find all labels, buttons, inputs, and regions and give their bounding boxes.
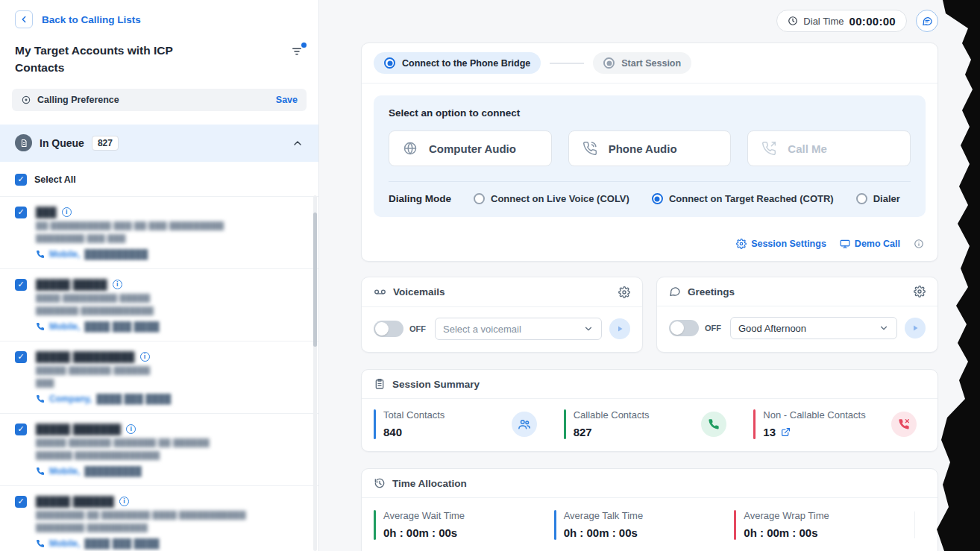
document-icon: [15, 134, 32, 151]
phone-type-link[interactable]: Mobile,: [49, 538, 80, 549]
phone-number: █████████: [84, 466, 142, 476]
non-callable-contacts-stat: Non - Callable Contacts 13: [753, 409, 926, 439]
save-button[interactable]: Save: [276, 95, 298, 105]
session-settings-link[interactable]: Session Settings: [736, 239, 826, 249]
contact-checkbox[interactable]: [15, 207, 27, 218]
time-allocation-title: Time Allocation: [392, 478, 467, 489]
chevron-up-icon[interactable]: [292, 137, 304, 149]
contact-row[interactable]: ███i ██ ██████████ ███ ██ ███ █████████ …: [0, 197, 318, 269]
voicemail-select[interactable]: Select a voicemail: [435, 318, 602, 340]
voicemail-play-button[interactable]: [609, 318, 630, 339]
time-allocation-body: Average Wait Time 0h : 00m : 00s Average…: [362, 498, 937, 551]
phone-icon: [36, 539, 45, 548]
greetings-title: Greetings: [688, 286, 735, 297]
contact-title: █████ ███████ ██████: [36, 366, 304, 375]
contact-company: ███████ ████████████: [36, 306, 304, 315]
greeting-play-button[interactable]: [905, 318, 926, 339]
dialing-mode-label: Dialing Mode: [389, 193, 451, 204]
info-icon[interactable]: i: [126, 424, 136, 434]
phone-type-link[interactable]: Mobile,: [49, 466, 80, 476]
stat-color-bar: [554, 510, 556, 540]
greeting-select-value: Good Afternoon: [738, 323, 879, 334]
phone-type-link[interactable]: Mobile,: [49, 249, 80, 259]
call-me-option[interactable]: Call Me: [747, 130, 911, 166]
phone-audio-option[interactable]: Phone Audio: [568, 130, 732, 166]
info-icon[interactable]: i: [140, 352, 150, 362]
session-summary-header: Session Summary: [362, 370, 937, 399]
contact-row[interactable]: █████ ███████i █████ ███████ ███████ ██ …: [0, 414, 318, 486]
phone-number: ██████████: [84, 249, 148, 259]
contact-row[interactable]: █████ █████i ████ █████████ █████ ██████…: [0, 269, 318, 341]
phone-type-link[interactable]: Company,: [49, 394, 92, 404]
select-all-checkbox[interactable]: [15, 174, 27, 186]
dialing-mode-cotr[interactable]: Connect on Target Reached (COTR): [652, 193, 834, 204]
filter-button[interactable]: [290, 45, 304, 58]
phone-call-icon: [582, 141, 597, 156]
chat-button[interactable]: [916, 10, 938, 32]
dialing-mode-colv[interactable]: Connect on Live Voice (COLV): [474, 193, 629, 204]
toggle-knob: [670, 321, 684, 335]
contact-checkbox[interactable]: [15, 496, 27, 508]
external-link-icon[interactable]: [781, 427, 791, 437]
dialer-app: Back to Calling Lists My Target Accounts…: [0, 0, 980, 551]
computer-audio-option[interactable]: Computer Audio: [389, 130, 552, 166]
session-summary-card: Session Summary Total Contacts 840: [361, 369, 938, 452]
greeting-toggle[interactable]: [669, 320, 699, 336]
contact-name: █████ ███████: [36, 424, 121, 435]
stat-label: Average Wait Time: [383, 510, 465, 521]
average-talk-time-stat: Average Talk Time 0h : 00m : 00s: [554, 510, 735, 540]
session-links-row: Session Settings Demo Call: [362, 229, 937, 261]
contact-name: █████ ██████: [36, 496, 114, 507]
contact-checkbox[interactable]: [15, 424, 27, 435]
info-icon[interactable]: [914, 239, 924, 249]
gear-icon[interactable]: [618, 286, 630, 298]
greeting-select[interactable]: Good Afternoon: [730, 317, 897, 339]
contact-company: ████████ ██████████: [36, 523, 304, 532]
stat-color-bar: [374, 409, 376, 439]
contact-row[interactable]: █████ █████████i █████ ███████ ██████ ██…: [0, 341, 318, 414]
info-icon[interactable]: i: [119, 497, 129, 506]
step-connect-phone-bridge[interactable]: Connect to the Phone Bridge: [374, 52, 541, 74]
dialing-mode-row: Dialing Mode Connect on Live Voice (COLV…: [389, 181, 911, 217]
chat-bubble-icon: [922, 16, 933, 27]
contact-name: █████ █████████: [36, 351, 135, 362]
session-settings-label: Session Settings: [751, 239, 826, 249]
stat-label: Callable Contacts: [574, 409, 650, 421]
time-allocation-card: Time Allocation Average Wait Time 0h : 0…: [361, 468, 938, 551]
option-label: Call Me: [788, 142, 827, 155]
info-icon[interactable]: i: [62, 207, 72, 217]
column-divider: [914, 511, 915, 538]
dialing-mode-dialer[interactable]: Dialer: [856, 193, 900, 204]
contact-row[interactable]: █████ ██████i ████████ ██ ████████ ████ …: [0, 486, 318, 551]
contact-title: ████ █████████ █████: [36, 294, 304, 303]
voicemail-toggle[interactable]: [374, 321, 403, 337]
sidebar: Back to Calling Lists My Target Accounts…: [0, 0, 319, 551]
phone-type-link[interactable]: Mobile,: [49, 321, 80, 332]
phone-number: ████ ███ ████: [84, 321, 159, 332]
phone-number: ████ ███ ████: [84, 538, 159, 549]
greeting-toggle-label: OFF: [705, 324, 721, 333]
sidebar-scrollbar-thumb[interactable]: [313, 212, 317, 347]
audio-options: Computer Audio Phone Audio Call Me: [389, 130, 911, 181]
back-row: Back to Calling Lists: [0, 0, 318, 28]
contact-company: ██████ ██████████████: [36, 451, 304, 460]
stepper-connector: [550, 63, 584, 64]
stat-color-bar: [374, 510, 376, 540]
demo-call-link[interactable]: Demo Call: [840, 239, 900, 249]
voicemail-greeting-row: Voicemails OFF Select a voicemail Gree: [361, 277, 938, 353]
connect-options-title: Select an option to connect: [389, 107, 911, 119]
chevron-down-icon: [879, 323, 889, 333]
back-to-calling-lists-link[interactable]: Back to Calling Lists: [42, 14, 141, 25]
calling-list-title: My Target Accounts with ICP Contacts: [15, 42, 194, 77]
play-icon: [911, 324, 920, 333]
contact-title: █████ ███████ ███████ ██ ██████: [36, 438, 304, 447]
in-queue-header[interactable]: In Queue 827: [0, 125, 318, 162]
contact-checkbox[interactable]: [15, 279, 27, 291]
stat-value: 0h : 00m : 00s: [744, 526, 829, 539]
step-start-session[interactable]: Start Session: [593, 52, 691, 74]
gear-icon[interactable]: [914, 286, 926, 297]
calling-preference-bar: Calling Preference Save: [12, 89, 307, 111]
info-icon[interactable]: i: [113, 280, 122, 289]
back-button[interactable]: [15, 10, 33, 28]
contact-checkbox[interactable]: [15, 351, 27, 363]
